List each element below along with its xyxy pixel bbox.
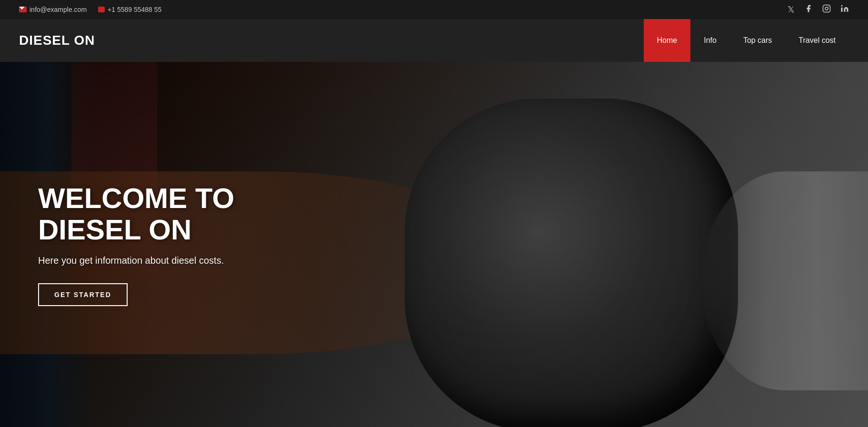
email-icon [19,7,27,12]
site-logo[interactable]: DIESEL ON [19,33,95,48]
phone-text: +1 5589 55488 55 [108,6,161,13]
svg-point-1 [825,7,828,10]
get-started-button[interactable]: GET STARTED [38,283,128,306]
phone-icon [98,7,105,12]
topbar: info@example.com +1 5589 55488 55 𝕏 [0,0,868,19]
twitter-icon[interactable]: 𝕏 [788,4,795,15]
social-links: 𝕏 [788,4,849,15]
nav-item-info[interactable]: Info [690,19,730,62]
phone-contact: +1 5589 55488 55 [98,6,161,13]
facebook-icon[interactable] [804,4,813,15]
topbar-contacts: info@example.com +1 5589 55488 55 [19,6,161,13]
instagram-icon[interactable] [822,4,831,15]
nav-item-travel-cost[interactable]: Travel cost [785,19,849,62]
hero-content: WELCOME TO DIESEL ON Here you get inform… [0,183,333,306]
email-contact: info@example.com [19,6,87,13]
svg-point-2 [828,6,829,7]
hero-section: WELCOME TO DIESEL ON Here you get inform… [0,62,868,427]
svg-rect-0 [823,5,830,12]
hero-subtitle: Here you get information about diesel co… [38,255,295,266]
navbar: DIESEL ON Home Info Top cars Travel cost [0,19,868,62]
email-text: info@example.com [30,6,87,13]
hero-title: WELCOME TO DIESEL ON [38,183,295,246]
linkedin-icon[interactable] [840,4,849,15]
nav-item-top-cars[interactable]: Top cars [730,19,785,62]
svg-point-4 [841,5,843,6]
svg-rect-3 [841,7,843,11]
nav-item-home[interactable]: Home [644,19,691,62]
nav-menu: Home Info Top cars Travel cost [644,19,849,62]
